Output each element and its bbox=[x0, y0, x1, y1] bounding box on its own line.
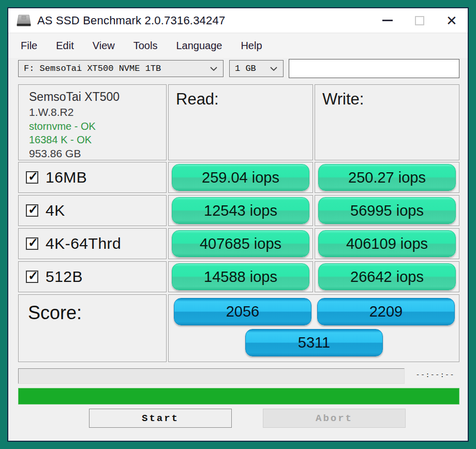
read-result-cell: 12543 iops bbox=[168, 195, 313, 226]
test-label: 4K bbox=[46, 202, 65, 219]
toolbar: F: SemsoTai XT500 NVME 1TB 1 GB bbox=[8, 58, 468, 81]
chevron-down-icon bbox=[270, 66, 278, 71]
minimize-button[interactable] bbox=[371, 8, 404, 33]
chevron-down-icon bbox=[210, 66, 218, 71]
read-result-cell: 259.04 iops bbox=[168, 162, 313, 193]
start-button[interactable]: Start bbox=[89, 409, 232, 428]
close-icon: ✕ bbox=[446, 14, 457, 27]
drive-model: SemsoTai XT500 bbox=[29, 90, 166, 104]
checkbox-4k[interactable] bbox=[26, 204, 38, 217]
read-score: 2056 bbox=[174, 298, 311, 325]
result-name-input[interactable] bbox=[289, 59, 459, 78]
alignment-status: 16384 K - OK bbox=[29, 134, 166, 146]
read-result-512b: 14588 iops bbox=[172, 263, 309, 290]
write-result-cell: 406109 iops bbox=[315, 228, 459, 259]
elapsed-time: --:--:-- bbox=[411, 370, 459, 379]
test-label: 16MB bbox=[46, 169, 87, 186]
drive-capacity: 953.86 GB bbox=[29, 147, 166, 160]
test-row-label-4k: 4K bbox=[18, 195, 167, 226]
write-column-header-cell: Write: bbox=[315, 84, 459, 160]
menu-language[interactable]: Language bbox=[176, 40, 222, 52]
read-header: Read: bbox=[169, 85, 313, 109]
menu-help[interactable]: Help bbox=[241, 40, 262, 52]
maximize-icon bbox=[415, 16, 424, 25]
read-result-cell: 14588 iops bbox=[168, 261, 313, 292]
test-label: 512B bbox=[46, 268, 83, 286]
menu-file[interactable]: File bbox=[21, 40, 37, 52]
write-result-cell: 56995 iops bbox=[315, 195, 459, 226]
read-column-header-cell: Read: bbox=[168, 84, 313, 160]
maximize-button[interactable] bbox=[404, 8, 436, 33]
write-result-cell: 26642 iops bbox=[315, 261, 459, 292]
score-label: Score: bbox=[19, 295, 166, 324]
read-result-4k: 12543 iops bbox=[172, 197, 309, 224]
total-score: 5311 bbox=[245, 329, 383, 356]
write-result-512b: 26642 iops bbox=[318, 263, 456, 290]
abort-button: Abort bbox=[263, 409, 406, 428]
window-controls: ✕ bbox=[371, 8, 468, 33]
test-label: 4K-64Thrd bbox=[46, 235, 121, 252]
write-result-16mb: 250.27 iops bbox=[318, 164, 456, 191]
write-result-4k: 56995 iops bbox=[318, 197, 456, 224]
read-result-4k64thrd: 407685 iops bbox=[172, 230, 309, 257]
progress-bar bbox=[18, 388, 459, 405]
window-title: AS SSD Benchmark 2.0.7316.34247 bbox=[37, 14, 225, 27]
drive-info-panel: SemsoTai XT500 1.W.8.R2 stornvme - OK 16… bbox=[18, 84, 167, 160]
score-values-cell: 2056 2209 5311 bbox=[168, 294, 459, 362]
drive-firmware: 1.W.8.R2 bbox=[29, 106, 166, 118]
write-score: 2209 bbox=[317, 298, 455, 325]
checkbox-4k64thrd[interactable] bbox=[26, 237, 38, 250]
close-button[interactable]: ✕ bbox=[436, 8, 468, 33]
menu-tools[interactable]: Tools bbox=[133, 40, 158, 52]
score-label-cell: Score: bbox=[18, 294, 167, 362]
write-header: Write: bbox=[315, 85, 459, 109]
menu-edit[interactable]: Edit bbox=[56, 40, 73, 52]
write-result-cell: 250.27 iops bbox=[315, 162, 459, 193]
status-text-bar bbox=[18, 368, 405, 384]
test-size-select[interactable]: 1 GB bbox=[229, 60, 284, 77]
test-size-value: 1 GB bbox=[235, 64, 256, 73]
test-row-label-512b: 512B bbox=[18, 261, 167, 292]
title-bar: AS SSD Benchmark 2.0.7316.34247 ✕ bbox=[8, 8, 468, 33]
minimize-icon bbox=[382, 20, 393, 21]
menu-view[interactable]: View bbox=[93, 40, 115, 52]
hard-drive-icon bbox=[16, 13, 32, 28]
menu-bar: File Edit View Tools Language Help bbox=[8, 34, 468, 58]
checkbox-16mb[interactable] bbox=[26, 171, 38, 184]
driver-status: stornvme - OK bbox=[29, 121, 166, 132]
drive-select-value: F: SemsoTai XT500 NVME 1TB bbox=[24, 64, 161, 73]
drive-select[interactable]: F: SemsoTai XT500 NVME 1TB bbox=[18, 60, 224, 77]
write-result-4k64thrd: 406109 iops bbox=[318, 230, 456, 257]
checkbox-512b[interactable] bbox=[26, 271, 38, 283]
read-result-cell: 407685 iops bbox=[168, 228, 313, 259]
test-row-label-16mb: 16MB bbox=[18, 162, 167, 193]
read-result-16mb: 259.04 iops bbox=[172, 164, 309, 191]
test-row-label-4k64thrd: 4K-64Thrd bbox=[18, 228, 167, 259]
app-window: AS SSD Benchmark 2.0.7316.34247 ✕ File E… bbox=[7, 7, 469, 442]
